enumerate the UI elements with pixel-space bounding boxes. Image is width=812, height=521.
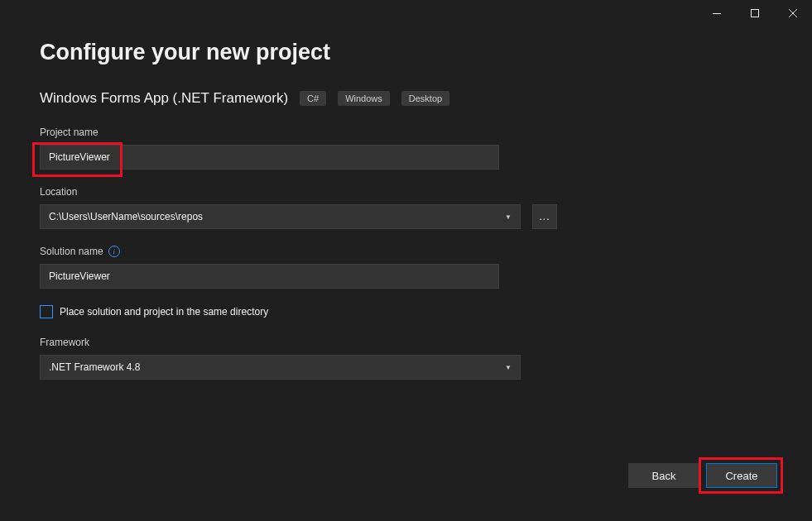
framework-dropdown[interactable]: .NET Framework 4.8 ▼	[40, 355, 521, 380]
tag-platform: Windows	[338, 91, 390, 106]
page-title: Configure your new project	[40, 40, 772, 65]
same-directory-label: Place solution and project in the same d…	[60, 306, 268, 318]
framework-label: Framework	[40, 337, 772, 348]
project-name-group: Project name	[40, 127, 772, 170]
info-icon[interactable]: i	[108, 246, 120, 257]
solution-name-input[interactable]	[40, 264, 499, 289]
back-button[interactable]: Back	[628, 463, 699, 488]
solution-name-label: Solution name i	[40, 246, 772, 257]
chevron-down-icon: ▼	[505, 213, 512, 221]
tag-type: Desktop	[401, 91, 449, 106]
svg-rect-1	[752, 10, 759, 17]
minimize-button[interactable]	[698, 0, 736, 26]
annotation-highlight-create	[699, 457, 783, 494]
framework-value: .NET Framework 4.8	[49, 361, 140, 373]
chevron-down-icon: ▼	[505, 364, 512, 371]
browse-button[interactable]: ...	[532, 204, 557, 229]
location-dropdown[interactable]: C:\Users\UserName\sources\repos ▼	[40, 204, 521, 229]
location-value: C:\Users\UserName\sources\repos	[49, 211, 203, 222]
annotation-highlight-projectname	[32, 142, 123, 177]
solution-name-group: Solution name i	[40, 246, 772, 289]
tag-language: C#	[300, 91, 326, 106]
maximize-button[interactable]	[736, 0, 774, 26]
project-template-name: Windows Forms App (.NET Framework)	[40, 90, 288, 107]
svg-rect-0	[713, 13, 721, 14]
location-label: Location	[40, 186, 772, 198]
same-directory-row: Place solution and project in the same d…	[40, 305, 772, 318]
location-group: Location C:\Users\UserName\sources\repos…	[40, 186, 772, 229]
window-controls	[698, 0, 812, 26]
same-directory-checkbox[interactable]	[40, 305, 53, 318]
solution-name-label-text: Solution name	[40, 246, 103, 257]
content-area: Configure your new project Windows Forms…	[0, 0, 812, 380]
close-button[interactable]	[774, 0, 812, 26]
project-name-label: Project name	[40, 127, 772, 138]
subtitle-row: Windows Forms App (.NET Framework) C# Wi…	[40, 90, 772, 107]
framework-group: Framework .NET Framework 4.8 ▼	[40, 337, 772, 380]
